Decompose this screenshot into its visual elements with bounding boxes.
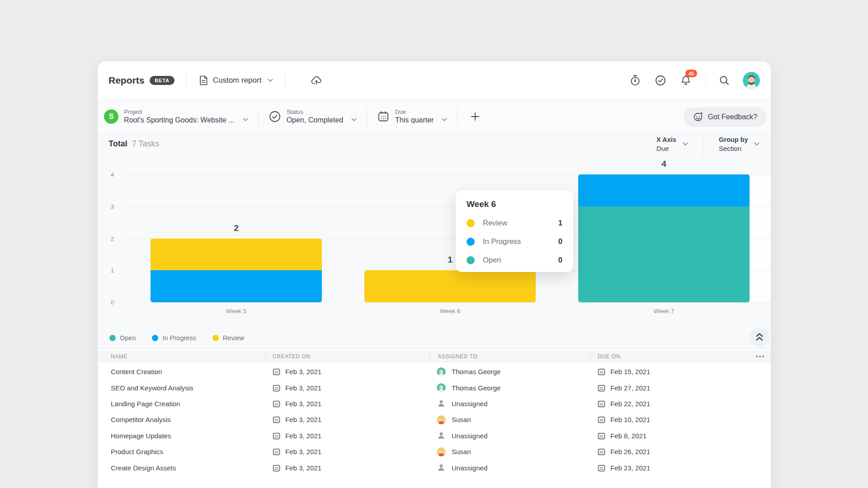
project-filter-value: Root's Sporting Goods: Website ... — [124, 116, 235, 125]
due-filter[interactable]: Due This quarter — [377, 108, 447, 125]
calendar-icon — [273, 384, 280, 392]
y-axis-tick: 2 — [101, 235, 114, 242]
legend-label: Review — [223, 334, 245, 342]
legend-label: In Progress — [162, 334, 196, 342]
column-divider — [590, 352, 590, 361]
collapse-chart-button[interactable] — [750, 327, 769, 347]
task-name-cell: Create Design Assets — [111, 460, 176, 475]
legend-dot-icon — [212, 335, 219, 341]
bar-segment-in-progress — [578, 174, 750, 206]
calendar-icon — [273, 432, 280, 440]
search-icon[interactable] — [718, 75, 730, 86]
table-row[interactable]: Product Graphics Feb 3, 2021 Susan Feb 2… — [98, 444, 771, 460]
check-circle-icon[interactable] — [655, 75, 666, 86]
status-check-icon — [269, 110, 281, 123]
project-avatar: S — [104, 109, 118, 124]
divider — [285, 74, 285, 87]
assignee-avatar — [437, 415, 446, 424]
created-on-cell: Feb 3, 2021 — [273, 428, 321, 444]
column-divider — [266, 352, 266, 361]
report-type-dropdown[interactable]: Custom report — [198, 75, 274, 86]
tooltip-row: Review 1 — [467, 214, 562, 232]
assignee-avatar — [437, 447, 446, 456]
tooltip-series-label: In Progress — [483, 237, 521, 246]
table-row[interactable]: Homepage Updates Feb 3, 2021 Unassigned … — [98, 428, 771, 444]
status-filter[interactable]: Status Open, Completed — [269, 108, 357, 125]
legend-item-open[interactable]: Open — [109, 334, 136, 342]
created-on-cell: Feb 3, 2021 — [273, 460, 321, 475]
table-row[interactable]: SEO and Keyword Analysis Feb 3, 2021 Tho… — [98, 380, 771, 395]
divider — [705, 75, 706, 86]
task-name-cell: Landing Page Creation — [111, 396, 180, 412]
tooltip-row: Open 0 — [467, 251, 562, 269]
due-on-cell: Feb 22, 2021 — [598, 396, 650, 412]
created-on-cell: Feb 3, 2021 — [273, 444, 321, 460]
bar-segment-open — [578, 206, 750, 302]
got-feedback-label: Got Feedback? — [708, 113, 757, 121]
notifications-bell-icon[interactable]: 45 — [680, 75, 692, 86]
chart-tooltip: Week 6 Review 1 In Progress 0 Open 0 — [456, 190, 573, 272]
unassigned-person-icon — [437, 431, 446, 440]
document-icon — [198, 75, 208, 86]
status-filter-value: Open, Completed — [287, 116, 343, 125]
x-axis-category-label: Week 7 — [632, 308, 696, 314]
tooltip-title: Week 6 — [467, 199, 562, 209]
table-row[interactable]: Competitor Analysis Feb 3, 2021 Susan Fe… — [98, 412, 771, 427]
chevron-down-icon — [243, 118, 248, 122]
unassigned-person-icon — [437, 463, 446, 472]
assignee-avatar — [437, 383, 446, 392]
user-avatar[interactable] — [743, 72, 760, 89]
task-name-cell: Homepage Updates — [111, 428, 171, 444]
table-row[interactable]: Landing Page Creation Feb 3, 2021 Unassi… — [98, 396, 771, 412]
created-on-cell: Feb 3, 2021 — [273, 364, 321, 380]
legend-label: Open — [120, 334, 136, 342]
assigned-to-cell: Thomas George — [437, 380, 500, 395]
bar-segment-review — [151, 239, 322, 271]
legend-item-in-progress[interactable]: In Progress — [152, 334, 196, 342]
calendar-icon — [598, 464, 605, 472]
calendar-icon — [598, 384, 605, 392]
tooltip-series-label: Review — [483, 219, 507, 227]
divider — [367, 107, 367, 126]
topbar: Reports BETA Custom report — [98, 61, 771, 99]
task-table: NAMECREATED ONASSIGNED TODUE ON Content … — [98, 349, 771, 488]
created-on-cell: Feb 3, 2021 — [273, 380, 321, 395]
table-row[interactable]: Content Creation Feb 3, 2021 Thomas Geor… — [98, 364, 771, 380]
assigned-to-cell: Unassigned — [437, 428, 487, 444]
export-cloud-icon[interactable] — [311, 75, 322, 86]
add-filter-button[interactable] — [467, 109, 483, 124]
column-header-assigned-to[interactable]: ASSIGNED TO — [438, 350, 477, 363]
due-on-cell: Feb 23, 2021 — [598, 460, 650, 475]
due-on-cell: Feb 15, 2021 — [598, 364, 650, 380]
topbar-actions: 45 — [616, 72, 760, 89]
calendar-icon — [598, 448, 605, 455]
bar-week-6[interactable] — [364, 270, 536, 302]
status-filter-label: Status — [287, 108, 343, 116]
got-feedback-button[interactable]: Got Feedback? — [684, 107, 766, 127]
x-axis-category-label: Week 6 — [419, 308, 482, 314]
report-type-label: Custom report — [213, 76, 262, 85]
table-header: NAMECREATED ONASSIGNED TODUE ON — [98, 350, 771, 363]
bar-segment-in-progress — [151, 270, 322, 302]
column-header-due-on[interactable]: DUE ON — [598, 350, 620, 363]
timer-icon[interactable] — [629, 75, 641, 86]
assigned-to-cell: Unassigned — [437, 396, 487, 412]
notification-count-badge: 45 — [685, 70, 697, 77]
bar-total-label: 2 — [218, 223, 255, 233]
calendar-icon — [598, 416, 605, 423]
bar-week-5[interactable] — [151, 239, 322, 303]
reports-card: Reports BETA Custom report — [98, 61, 771, 488]
page-title: Reports — [108, 75, 144, 86]
table-row[interactable]: Create Design Assets Feb 3, 2021 Unassig… — [98, 460, 771, 475]
table-options-icon[interactable] — [755, 350, 764, 363]
bar-week-7[interactable] — [578, 174, 750, 302]
plot-area: 012342Week 51Week 64Week 7 — [98, 134, 771, 348]
project-filter[interactable]: S Project Root's Sporting Goods: Website… — [104, 108, 248, 125]
column-header-created-on[interactable]: CREATED ON — [273, 350, 311, 363]
legend-item-review[interactable]: Review — [212, 334, 245, 342]
calendar-icon — [273, 464, 280, 472]
divider — [457, 107, 458, 126]
assigned-to-cell: Thomas George — [437, 364, 500, 380]
column-header-name[interactable]: NAME — [111, 350, 127, 363]
tooltip-series-label: Open — [483, 256, 501, 264]
